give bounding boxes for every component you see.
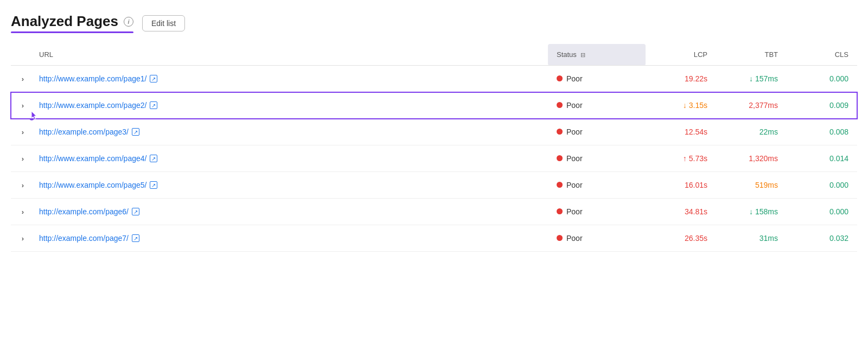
analyzed-pages-table: URL Status ⊟ LCP TBT CLS ›http://www.exa… bbox=[11, 44, 857, 252]
analyzed-pages-table-wrap: URL Status ⊟ LCP TBT CLS ›http://www.exa… bbox=[11, 44, 857, 252]
table-row: ›http://www.example.com/page1/↗︎Poor19.2… bbox=[11, 66, 857, 92]
table-row: ›http://example.com/page3/↗︎Poor12.54s22… bbox=[11, 119, 857, 145]
status-dot bbox=[557, 129, 563, 135]
page-title: Analyzed Pages i bbox=[11, 13, 133, 30]
table-header: URL Status ⊟ LCP TBT CLS bbox=[11, 44, 857, 66]
status-dot bbox=[557, 102, 563, 108]
status-dot bbox=[557, 208, 563, 214]
expand-button[interactable]: › bbox=[17, 153, 28, 164]
url-cell: http://example.com/page7/↗︎ bbox=[30, 225, 548, 252]
status-cell: Poor bbox=[548, 92, 646, 119]
tbt-cell: ↓ 158ms bbox=[716, 199, 787, 225]
tbt-cell: 519ms bbox=[716, 172, 787, 199]
status-cell: Poor bbox=[548, 119, 646, 145]
lcp-cell: 26.35s bbox=[646, 225, 716, 252]
status-cell: Poor bbox=[548, 66, 646, 92]
status-dot bbox=[557, 75, 563, 81]
status-cell: Poor bbox=[548, 225, 646, 252]
th-lcp: LCP bbox=[646, 44, 716, 66]
tbt-cell: 2,377ms bbox=[716, 92, 787, 119]
cls-cell: 0.000 bbox=[787, 199, 857, 225]
expand-button[interactable]: › bbox=[17, 206, 28, 217]
status-label: Poor bbox=[566, 74, 583, 83]
lcp-cell: ↓ 3.15s bbox=[646, 92, 716, 119]
lcp-cell: 12.54s bbox=[646, 119, 716, 145]
expand-button[interactable]: › bbox=[17, 73, 28, 84]
status-badge: Poor bbox=[557, 154, 583, 163]
tbt-cell: 1,320ms bbox=[716, 145, 787, 172]
status-cell: Poor bbox=[548, 199, 646, 225]
status-cell: Poor bbox=[548, 172, 646, 199]
url-cell: http://www.example.com/page4/↗︎ bbox=[30, 145, 548, 172]
filter-icon: ⊟ bbox=[580, 52, 585, 59]
cursor-svg bbox=[28, 110, 40, 122]
info-icon[interactable]: i bbox=[124, 17, 133, 27]
url-link[interactable]: http://example.com/page6/↗︎ bbox=[39, 207, 139, 216]
url-link[interactable]: http://example.com/page7/↗︎ bbox=[39, 234, 139, 243]
page-title-text: Analyzed Pages bbox=[11, 13, 118, 30]
status-cell: Poor bbox=[548, 145, 646, 172]
status-badge: Poor bbox=[557, 74, 583, 83]
status-label: Poor bbox=[566, 101, 583, 110]
status-label: Poor bbox=[566, 207, 583, 216]
lcp-cell: ↑ 5.73s bbox=[646, 145, 716, 172]
status-badge: Poor bbox=[557, 128, 583, 136]
external-link-icon: ↗︎ bbox=[150, 155, 157, 162]
table-row: › http://www.example.com/page2/↗︎Poor↓ 3… bbox=[11, 92, 857, 119]
tbt-cell: ↓ 157ms bbox=[716, 66, 787, 92]
external-link-icon: ↗︎ bbox=[132, 234, 139, 242]
status-label: Poor bbox=[566, 128, 583, 136]
th-status[interactable]: Status ⊟ bbox=[548, 44, 646, 66]
tbt-cell: 31ms bbox=[716, 225, 787, 252]
cls-cell: 0.032 bbox=[787, 225, 857, 252]
expand-button[interactable]: › bbox=[17, 100, 28, 111]
status-dot bbox=[557, 235, 563, 241]
url-link[interactable]: http://www.example.com/page5/↗︎ bbox=[39, 181, 157, 189]
external-link-icon: ↗︎ bbox=[150, 181, 157, 189]
table-body: ›http://www.example.com/page1/↗︎Poor19.2… bbox=[11, 66, 857, 252]
cls-cell: 0.000 bbox=[787, 172, 857, 199]
external-link-icon: ↗︎ bbox=[132, 208, 139, 215]
external-link-icon: ↗︎ bbox=[132, 128, 139, 136]
url-link[interactable]: http://www.example.com/page1/↗︎ bbox=[39, 74, 157, 83]
url-link[interactable]: http://www.example.com/page2/↗︎ bbox=[39, 101, 157, 110]
url-cell: http://www.example.com/page1/↗︎ bbox=[30, 66, 548, 92]
cls-cell: 0.014 bbox=[787, 145, 857, 172]
th-expand bbox=[11, 44, 30, 66]
expand-button[interactable]: › bbox=[17, 233, 28, 244]
th-cls: CLS bbox=[787, 44, 857, 66]
table-row: ›http://example.com/page6/↗︎Poor34.81s↓ … bbox=[11, 199, 857, 225]
url-link[interactable]: http://example.com/page3/↗︎ bbox=[39, 128, 139, 136]
status-badge: Poor bbox=[557, 207, 583, 216]
status-label: Poor bbox=[566, 234, 583, 243]
cls-cell: 0.008 bbox=[787, 119, 857, 145]
th-tbt: TBT bbox=[716, 44, 787, 66]
external-link-icon: ↗︎ bbox=[150, 101, 157, 109]
tbt-cell: 22ms bbox=[716, 119, 787, 145]
table-row: ›http://www.example.com/page4/↗︎Poor↑ 5.… bbox=[11, 145, 857, 172]
url-cell: http://www.example.com/page5/↗︎ bbox=[30, 172, 548, 199]
status-badge: Poor bbox=[557, 181, 583, 189]
url-cell: http://example.com/page6/↗︎ bbox=[30, 199, 548, 225]
status-label: Poor bbox=[566, 181, 583, 189]
lcp-cell: 16.01s bbox=[646, 172, 716, 199]
status-label: Poor bbox=[566, 154, 583, 163]
title-underline bbox=[11, 31, 133, 33]
external-link-icon: ↗︎ bbox=[150, 75, 157, 82]
url-cell: http://www.example.com/page2/↗︎ bbox=[30, 92, 548, 119]
status-badge: Poor bbox=[557, 101, 583, 110]
url-cell: http://example.com/page3/↗︎ bbox=[30, 119, 548, 145]
lcp-cell: 34.81s bbox=[646, 199, 716, 225]
url-link[interactable]: http://www.example.com/page4/↗︎ bbox=[39, 154, 157, 163]
cls-cell: 0.009 bbox=[787, 92, 857, 119]
page-header: Analyzed Pages i Edit list bbox=[11, 13, 857, 33]
expand-button[interactable]: › bbox=[17, 126, 28, 137]
edit-list-button[interactable]: Edit list bbox=[142, 15, 185, 31]
status-dot bbox=[557, 155, 563, 161]
table-row: ›http://example.com/page7/↗︎Poor26.35s31… bbox=[11, 225, 857, 252]
status-dot bbox=[557, 182, 563, 188]
lcp-cell: 19.22s bbox=[646, 66, 716, 92]
page-title-wrap: Analyzed Pages i bbox=[11, 13, 133, 33]
expand-button[interactable]: › bbox=[17, 180, 28, 190]
status-badge: Poor bbox=[557, 234, 583, 243]
